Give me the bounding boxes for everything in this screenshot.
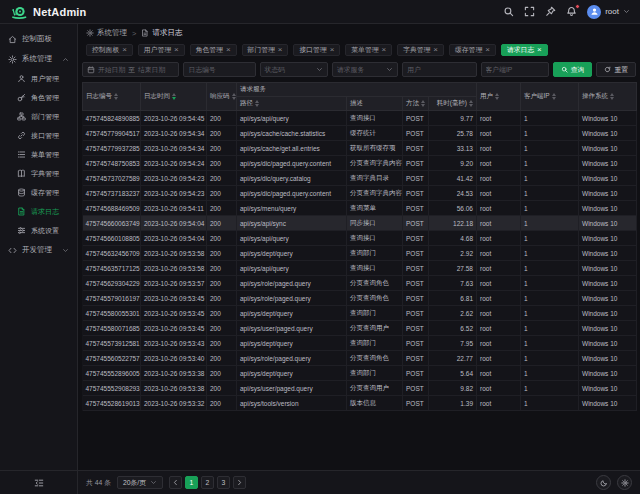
col-header-path[interactable]: 路径 <box>237 97 347 111</box>
page-number-button[interactable]: 1 <box>185 476 198 489</box>
table-row[interactable]: 475745688469509 2023-10-26 09:54:11 200 … <box>83 201 637 216</box>
sort-icon[interactable] <box>469 100 473 107</box>
col-header-method[interactable]: 方法 <box>403 97 429 111</box>
close-icon[interactable]: × <box>381 46 386 54</box>
nav-tab[interactable]: 缓存管理 × <box>449 44 496 56</box>
page-number-button[interactable]: 2 <box>201 476 214 489</box>
settings-fab-button[interactable] <box>617 475 632 490</box>
theme-toggle-button[interactable] <box>596 475 611 490</box>
reset-button[interactable]: 重置 <box>596 62 636 77</box>
nav-tab[interactable]: 字典管理 × <box>397 44 444 56</box>
nav-tab[interactable]: 角色管理 × <box>190 44 237 56</box>
user-field <box>402 62 476 77</box>
fullscreen-icon[interactable] <box>524 6 535 17</box>
notification-badge <box>575 4 580 9</box>
nav-tab[interactable]: 用户管理 × <box>138 44 185 56</box>
table-row[interactable]: 475745573912581 2023-10-26 09:53:43 200 … <box>83 336 637 351</box>
col-header-os[interactable]: 操作系统 <box>579 83 637 111</box>
sidebar-subitem[interactable]: 缓存管理 <box>0 183 77 202</box>
cell-user: root <box>477 291 521 306</box>
table-row[interactable]: 475745635717125 2023-10-26 09:53:58 200 … <box>83 261 637 276</box>
sidebar-group-dev[interactable]: 开发管理 <box>0 240 77 260</box>
close-icon[interactable]: × <box>122 46 127 54</box>
cell-log-time: 2023-10-26 09:53:58 <box>141 261 207 276</box>
sort-icon[interactable] <box>232 93 236 100</box>
table-row[interactable]: 475745629304229 2023-10-26 09:53:57 200 … <box>83 276 637 291</box>
table-row[interactable]: 475745528619013 2023-10-26 09:53:32 200 … <box>83 396 637 411</box>
nav-tab[interactable]: 请求日志 × <box>501 44 548 56</box>
page-number-button[interactable]: 3 <box>217 476 230 489</box>
sidebar-subitem[interactable]: 菜单管理 <box>0 145 77 164</box>
user-input[interactable] <box>407 66 471 73</box>
request-service-select[interactable]: 请求服务 <box>332 62 398 77</box>
close-icon[interactable]: × <box>433 46 438 54</box>
table-row[interactable]: 475745660063749 2023-10-26 09:54:04 200 … <box>83 216 637 231</box>
sidebar-subitem[interactable]: 部门管理 <box>0 107 77 126</box>
table-row[interactable]: 475745737027589 2023-10-26 09:54:23 200 … <box>83 171 637 186</box>
table-row[interactable]: 475745560522757 2023-10-26 09:53:40 200 … <box>83 351 637 366</box>
col-header-client-ip[interactable]: 客户端IP <box>521 83 579 111</box>
col-header-user[interactable]: 用户 <box>477 83 521 111</box>
bell-icon[interactable] <box>566 6 577 17</box>
sort-icon[interactable] <box>114 93 118 100</box>
table-row[interactable]: 475745580055301 2023-10-26 09:53:45 200 … <box>83 306 637 321</box>
pin-icon[interactable] <box>545 6 556 17</box>
table-row[interactable]: 475745824890885 2023-10-26 09:54:45 200 … <box>83 111 637 126</box>
sort-icon[interactable] <box>495 93 499 100</box>
sidebar-subitem[interactable]: 字典管理 <box>0 164 77 183</box>
sidebar-subitem[interactable]: 用户管理 <box>0 69 77 88</box>
nav-tab[interactable]: 接口管理 × <box>293 44 340 56</box>
user-menu[interactable]: root <box>587 5 630 19</box>
close-icon[interactable]: × <box>174 46 179 54</box>
close-icon[interactable]: × <box>330 46 335 54</box>
nav-tab[interactable]: 控制面板 × <box>86 44 133 56</box>
table-row[interactable]: 475745737183237 2023-10-26 09:54:23 200 … <box>83 186 637 201</box>
col-header-log-time[interactable]: 日志时间 <box>141 83 207 111</box>
next-page-button[interactable] <box>233 476 246 489</box>
sidebar-group-system[interactable]: 系统管理 <box>0 49 77 69</box>
sidebar-subitem[interactable]: 请求日志 <box>0 202 77 221</box>
breadcrumb-parent[interactable]: 系统管理 <box>86 28 127 38</box>
log-number-input[interactable] <box>188 66 250 73</box>
sort-icon[interactable] <box>255 100 259 107</box>
col-header-ms[interactable]: 耗时(毫秒) <box>429 97 477 111</box>
prev-page-button[interactable] <box>169 476 182 489</box>
table-row[interactable]: 475745552908293 2023-10-26 09:53:38 200 … <box>83 381 637 396</box>
col-header-response-code[interactable]: 响应码 <box>207 83 237 111</box>
sidebar-subitem[interactable]: 角色管理 <box>0 88 77 107</box>
close-icon[interactable]: × <box>226 46 231 54</box>
sort-icon[interactable] <box>552 93 556 100</box>
sidebar-subitem[interactable]: 系统设置 <box>0 221 77 240</box>
search-icon[interactable] <box>503 6 514 17</box>
page-size-select[interactable]: 20条/页 <box>117 476 163 489</box>
table-row[interactable]: 475745579016197 2023-10-26 09:53:45 200 … <box>83 291 637 306</box>
col-header-log-id[interactable]: 日志编号 <box>83 83 141 111</box>
search-button[interactable]: 查询 <box>553 62 593 77</box>
collapse-sidebar-icon[interactable] <box>34 478 44 488</box>
sidebar-subitem[interactable]: 接口管理 <box>0 126 77 145</box>
cell-os: Windows 10 <box>579 171 637 186</box>
cell-method: POST <box>403 201 429 216</box>
cell-os: Windows 10 <box>579 381 637 396</box>
close-icon[interactable]: × <box>537 46 542 54</box>
close-icon[interactable]: × <box>278 46 283 54</box>
table-row[interactable]: 475745748750853 2023-10-26 09:54:24 200 … <box>83 156 637 171</box>
table-row[interactable]: 475745779937285 2023-10-26 09:54:34 200 … <box>83 141 637 156</box>
status-code-select[interactable]: 状态码 <box>260 62 328 77</box>
date-range-picker[interactable]: 开始日期 至 结束日期 <box>82 62 179 77</box>
client-ip-input[interactable] <box>486 66 544 73</box>
sort-icon[interactable] <box>610 93 614 100</box>
table-row[interactable]: 475745632456709 2023-10-26 09:53:58 200 … <box>83 246 637 261</box>
sort-icon[interactable] <box>421 100 425 107</box>
close-icon[interactable]: × <box>485 46 490 54</box>
nav-tab[interactable]: 菜单管理 × <box>345 44 392 56</box>
sort-icon[interactable] <box>172 93 176 100</box>
table-row[interactable]: 475745580071685 2023-10-26 09:53:45 200 … <box>83 321 637 336</box>
table-row[interactable]: 475745552896005 2023-10-26 09:53:38 200 … <box>83 366 637 381</box>
nav-tab[interactable]: 部门管理 × <box>242 44 289 56</box>
sidebar-item-dashboard[interactable]: 控制面板 <box>0 29 77 49</box>
cell-desc: 分页查询用户 <box>347 381 403 396</box>
table-row[interactable]: 475745660108805 2023-10-26 09:54:04 200 … <box>83 231 637 246</box>
breadcrumb-current[interactable]: 请求日志 <box>141 28 182 38</box>
table-row[interactable]: 475745779904517 2023-10-26 09:54:34 200 … <box>83 126 637 141</box>
